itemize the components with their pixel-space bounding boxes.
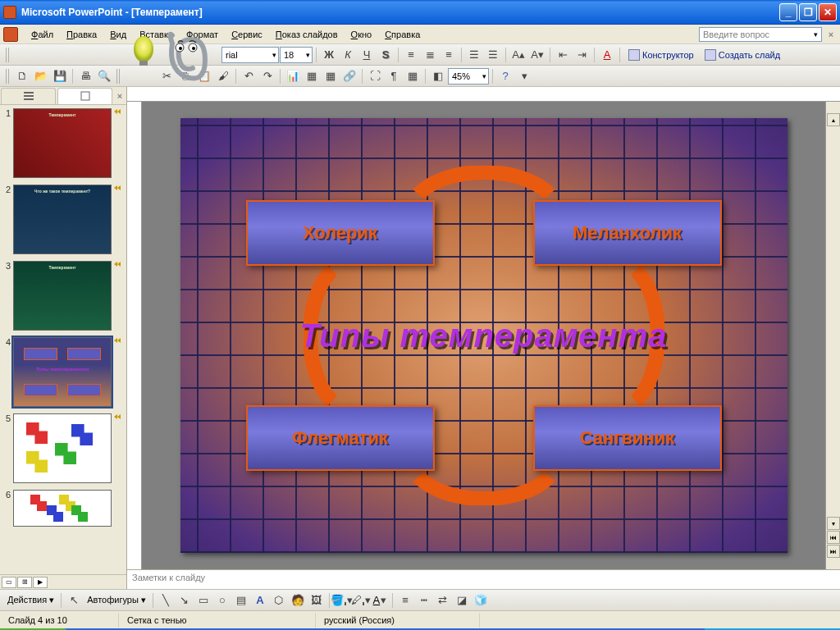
- close-button[interactable]: ✕: [819, 3, 837, 21]
- tables-borders-button[interactable]: ▦: [322, 67, 340, 85]
- diagram-tool[interactable]: ⬡: [270, 591, 288, 609]
- fill-color-button[interactable]: 🪣▾: [333, 591, 351, 609]
- actions-menu[interactable]: Действия ▾: [4, 595, 57, 605]
- line-style-button[interactable]: ≡: [396, 591, 414, 609]
- box-choleric[interactable]: Холерик: [246, 200, 435, 266]
- show-grid-button[interactable]: ▦: [404, 67, 422, 85]
- wordart-tool[interactable]: A: [251, 591, 269, 609]
- thumbnail-row[interactable]: 6: [2, 490, 125, 527]
- menu-insert[interactable]: Вставка: [133, 28, 180, 41]
- slides-tab[interactable]: [57, 88, 112, 104]
- slideshow-view-button[interactable]: ▶: [33, 577, 48, 588]
- copy-button[interactable]: ⎘: [176, 67, 194, 85]
- arrow-style-button[interactable]: ⇄: [434, 591, 452, 609]
- italic-button[interactable]: К: [339, 46, 357, 64]
- increase-font-button[interactable]: A▴: [509, 46, 527, 64]
- align-left-button[interactable]: ≡: [402, 46, 420, 64]
- box-sanguine[interactable]: Сангвиник: [533, 405, 722, 471]
- slide-thumbnail-selected[interactable]: Типы темперамента: [13, 337, 112, 407]
- numbered-list-button[interactable]: ☰: [465, 46, 483, 64]
- outline-tab[interactable]: [1, 88, 56, 104]
- 3d-style-button[interactable]: 🧊: [472, 591, 490, 609]
- arrow-tool[interactable]: ↘: [176, 591, 194, 609]
- toolbar-handle[interactable]: [116, 69, 121, 84]
- help-search-box[interactable]: Введите вопрос ▾: [699, 27, 822, 42]
- panel-close-button[interactable]: ×: [113, 91, 126, 101]
- redo-button[interactable]: ↷: [258, 67, 276, 85]
- thumbnail-row[interactable]: 1 Темперамент: [2, 108, 125, 178]
- slide-thumbnail[interactable]: [13, 490, 112, 527]
- print-button[interactable]: 🖶: [76, 67, 94, 85]
- toolbar-options-button[interactable]: ▾: [515, 67, 533, 85]
- bullet-list-button[interactable]: ☰: [484, 46, 502, 64]
- oval-tool[interactable]: ○: [213, 591, 231, 609]
- slide-title[interactable]: Типы темперамента: [299, 317, 667, 354]
- expand-button[interactable]: ⛶: [366, 67, 384, 85]
- textbox-tool[interactable]: ▤: [232, 591, 250, 609]
- menu-edit[interactable]: Правка: [60, 28, 103, 41]
- box-phlegmatic[interactable]: Флегматик: [246, 405, 435, 471]
- format-painter-button[interactable]: 🖌: [214, 67, 232, 85]
- next-slide-button[interactable]: ⏭: [827, 545, 840, 558]
- font-color-button[interactable]: A: [598, 46, 616, 64]
- open-file-button[interactable]: 📂: [32, 67, 50, 85]
- box-melancholic[interactable]: Меланхолик: [533, 200, 722, 266]
- decrease-indent-button[interactable]: ⇤: [554, 46, 572, 64]
- clipart-tool[interactable]: 🧑: [289, 591, 307, 609]
- show-formatting-button[interactable]: ¶: [385, 67, 403, 85]
- menu-file[interactable]: Файл: [25, 28, 60, 41]
- paste-button[interactable]: 📋: [195, 67, 213, 85]
- menu-help[interactable]: Справка: [378, 28, 427, 41]
- autoshapes-menu[interactable]: Автофигуры ▾: [84, 595, 149, 605]
- help-button[interactable]: ?: [496, 67, 514, 85]
- slide-thumbnail[interactable]: Темперамент: [13, 108, 112, 178]
- thumbnail-row[interactable]: 4 Типы темперамента: [2, 337, 125, 407]
- menu-view[interactable]: Вид: [103, 28, 133, 41]
- toolbar-handle[interactable]: [6, 69, 10, 84]
- select-tool[interactable]: ↖: [65, 591, 83, 609]
- increase-indent-button[interactable]: ⇥: [573, 46, 591, 64]
- slide-thumbnail[interactable]: Темперамент: [13, 261, 112, 331]
- line-color-button[interactable]: 🖊▾: [352, 591, 370, 609]
- menu-tools[interactable]: Сервис: [225, 28, 269, 41]
- insert-hyperlink-button[interactable]: 🔗: [340, 67, 358, 85]
- zoom-combo[interactable]: 45%: [448, 68, 489, 84]
- toolbar-handle[interactable]: [6, 48, 10, 62]
- thumbnail-row[interactable]: 3 Темперамент: [2, 261, 125, 331]
- bold-icon[interactable]: [13, 46, 15, 64]
- thumbnail-row[interactable]: 5: [2, 413, 125, 483]
- font-color-button[interactable]: A▾: [371, 591, 389, 609]
- maximize-button[interactable]: ❐: [799, 3, 817, 21]
- rectangle-tool[interactable]: ▭: [194, 591, 212, 609]
- scroll-up-button[interactable]: ▴: [827, 113, 840, 126]
- vertical-scrollbar[interactable]: ▴ ▾ ⏮ ⏭: [825, 102, 840, 569]
- slide-thumbnail[interactable]: Что же такое темперамент?: [13, 185, 112, 254]
- line-tool[interactable]: ╲: [157, 591, 175, 609]
- insert-table-button[interactable]: ▦: [303, 67, 321, 85]
- slide-stage[interactable]: Холерик Меланхолик Флегматик Сангвиник Т…: [142, 102, 825, 569]
- slide-thumbnail[interactable]: [13, 413, 112, 483]
- font-combo[interactable]: rial: [221, 47, 279, 63]
- normal-view-button[interactable]: ▭: [2, 577, 16, 588]
- picture-tool[interactable]: 🖼: [308, 591, 326, 609]
- minimize-button[interactable]: _: [779, 3, 797, 21]
- insert-chart-button[interactable]: 📊: [284, 67, 302, 85]
- thumbnail-row[interactable]: 2 Что же такое темперамент?: [2, 185, 125, 254]
- bold-button[interactable]: Ж: [320, 46, 338, 64]
- align-center-button[interactable]: ≣: [421, 46, 439, 64]
- design-button[interactable]: Конструктор: [623, 49, 699, 61]
- menu-slideshow[interactable]: Показ слайдов: [269, 28, 345, 41]
- current-slide[interactable]: Холерик Меланхолик Флегматик Сангвиник Т…: [180, 118, 788, 553]
- scroll-down-button[interactable]: ▾: [827, 517, 840, 530]
- align-right-button[interactable]: ≡: [440, 46, 458, 64]
- doc-close-button[interactable]: ×: [825, 29, 837, 40]
- new-slide-button[interactable]: Создать слайд: [700, 49, 785, 61]
- fontsize-combo[interactable]: 18: [280, 47, 313, 63]
- shadow-button[interactable]: S: [377, 46, 395, 64]
- prev-slide-button[interactable]: ⏮: [827, 531, 840, 544]
- preview-button[interactable]: 🔍: [95, 67, 113, 85]
- shadow-style-button[interactable]: ◪: [453, 591, 471, 609]
- decrease-font-button[interactable]: A▾: [528, 46, 546, 64]
- undo-button[interactable]: ↶: [240, 67, 258, 85]
- sorter-view-button[interactable]: ⊞: [17, 577, 32, 588]
